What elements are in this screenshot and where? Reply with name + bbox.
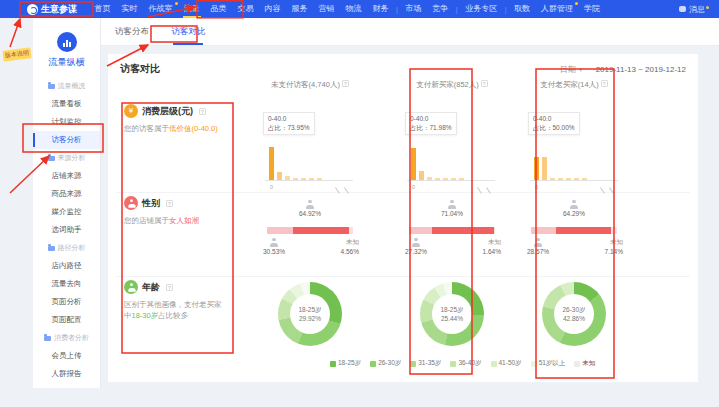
legend-item-18-25岁[interactable]: 18-25岁 — [330, 359, 361, 368]
histogram — [411, 144, 464, 180]
nav-item-作战室[interactable]: 作战室 — [143, 0, 178, 18]
info-icon[interactable]: ? — [481, 80, 488, 87]
info-icon[interactable]: ? — [342, 80, 349, 87]
column-header-new-buyers: 支付新买家(852人)? — [382, 80, 522, 90]
tab-visitor-distribution[interactable]: 访客分布 — [115, 18, 149, 45]
nav-item-财务[interactable]: 财务 — [367, 0, 394, 18]
sidebar-item-选词助手[interactable]: 选词助手 — [33, 221, 100, 239]
female-icon — [306, 200, 315, 209]
legend-swatch — [370, 361, 376, 367]
nav-item-取数[interactable]: 取数 — [508, 0, 535, 18]
gender-bar — [531, 227, 617, 234]
gender-chart-unpaid: 64.92% 30.53% 未知4.56% — [255, 200, 365, 266]
nav-item-营销[interactable]: 营销 — [313, 0, 340, 18]
sidebar-item-店内路径[interactable]: 店内路径 — [33, 257, 100, 275]
sidebar-item-页面配置[interactable]: 页面配置 — [33, 311, 100, 329]
male-icon — [412, 238, 421, 247]
sidebar-item-会员上传[interactable]: 会员上传 — [33, 347, 100, 365]
sidebar-item-来源分析[interactable]: 来源分析 — [33, 149, 100, 167]
chart-tooltip: 0-40.0占比：73.95% — [263, 112, 315, 135]
nav-item-首页[interactable]: 首页 — [89, 0, 116, 18]
row-gender-desc: 您的店铺属于女人如潮 — [124, 215, 228, 226]
sidebar-item-计划监控[interactable]: 计划监控 — [33, 113, 100, 131]
chevron-down-icon: ▼ — [578, 67, 584, 73]
nav-item-学院[interactable]: 学院 — [578, 0, 605, 18]
annotation-badge: 版本说明 — [2, 47, 31, 61]
chart-tooltip: 0-40.0占比：50.00% — [528, 112, 580, 135]
brand-logo-icon — [27, 4, 38, 15]
sidebar-item-流量概况[interactable]: 流量概况 — [33, 77, 100, 95]
sidebar-item-流量去向[interactable]: 流量去向 — [33, 275, 100, 293]
nav-item-交易[interactable]: 交易 — [232, 0, 259, 18]
consumption-chart-new-buyers: 0-40.0占比：71.98% 0 — [405, 110, 497, 194]
histogram-bar — [534, 157, 539, 180]
histogram — [534, 144, 587, 180]
legend-item-31-35岁[interactable]: 31-35岁 — [410, 359, 441, 368]
info-icon[interactable]: ? — [166, 284, 173, 291]
chart-tooltip: 0-40.0占比：71.98% — [405, 112, 457, 135]
legend-item-26-30岁[interactable]: 26-30岁 — [370, 359, 401, 368]
male-icon — [534, 238, 543, 247]
tab-visitor-compare[interactable]: 访客对比 — [171, 18, 205, 45]
x-tick-label: 0 — [412, 184, 415, 190]
nav-item-物流[interactable]: 物流 — [340, 0, 367, 18]
age-donut-new-buyers: 18-25岁25.44% — [420, 282, 484, 346]
histogram-bar — [419, 171, 424, 180]
sidebar-item-媒介监控[interactable]: 媒介监控 — [33, 203, 100, 221]
annotation-arrow-topleft — [10, 19, 20, 47]
visitor-compare-card: 访客对比 日期▼ 2019-11-13 ~ 2019-12-12 未支付访客(4… — [108, 54, 698, 382]
row-gender-title: 性别 — [142, 197, 160, 210]
consumption-chart-old-buyers: 0-40.0占比：50.00% 0 — [528, 110, 620, 194]
page: 生意参谋 首页实时作战室流量品类交易内容服务营销物流财务|市场竞争|业务专区|取… — [0, 0, 719, 407]
sidebar-item-店铺来源[interactable]: 店铺来源 — [33, 167, 100, 185]
gender-icon — [124, 196, 138, 210]
row-age-title: 年龄 — [142, 281, 160, 294]
info-icon[interactable]: ? — [166, 200, 173, 207]
column-header-unpaid: 未支付访客(4,740人)? — [240, 80, 380, 90]
histogram-bar — [542, 157, 547, 180]
info-icon[interactable]: ? — [199, 108, 206, 115]
gender-chart-new-buyers: 71.04% 27.32% 未知1.64% — [397, 200, 507, 266]
messages-button[interactable]: 消息 — [689, 4, 709, 15]
message-icon — [679, 6, 686, 12]
legend-item-51岁以上[interactable]: 51岁以上 — [531, 359, 566, 368]
nav-item-内容[interactable]: 内容 — [259, 0, 286, 18]
row-gender-label: 性别 ? 您的店铺属于女人如潮 — [124, 196, 232, 226]
nav-item-流量[interactable]: 流量 — [178, 0, 205, 18]
female-icon — [448, 200, 457, 209]
sidebar-item-商品来源[interactable]: 商品来源 — [33, 185, 100, 203]
row-consumption-title: 消费层级(元) — [142, 105, 193, 118]
row-age-label: 年龄 ? 区别于其他画像，支付老买家中18-30岁占比较多 — [124, 280, 232, 321]
gender-chart-old-buyers: 64.29% 28.57% 未知7.14% — [519, 200, 629, 266]
legend-swatch — [450, 361, 456, 367]
module-logo-icon — [57, 32, 77, 52]
module-title: 流量纵横 — [33, 56, 100, 69]
legend-item-36-40岁[interactable]: 36-40岁 — [450, 359, 481, 368]
sidebar-item-消费者分析[interactable]: 消费者分析 — [33, 329, 100, 347]
legend-swatch — [531, 361, 537, 367]
yuan-icon: ¥ — [124, 104, 138, 118]
nav-item-市场[interactable]: 市场 — [400, 0, 427, 18]
consumption-chart-unpaid: 0-40.0占比：73.95% 0 — [263, 110, 355, 194]
sidebar-item-页面分析[interactable]: 页面分析 — [33, 293, 100, 311]
nav-item-实时[interactable]: 实时 — [116, 0, 143, 18]
legend-item-41-50岁[interactable]: 41-50岁 — [491, 359, 522, 368]
sidebar-item-人群报告[interactable]: 人群报告 — [33, 365, 100, 383]
nav-item-服务[interactable]: 服务 — [286, 0, 313, 18]
legend-swatch — [491, 361, 497, 367]
nav-item-人群管理[interactable]: 人群管理 — [535, 0, 578, 18]
legend-item-未知[interactable]: 未知 — [574, 359, 595, 368]
sidebar-item-路径分析[interactable]: 路径分析 — [33, 239, 100, 257]
row-consumption-label: ¥ 消费层级(元) ? 您的访客属于低价值(0-40.0) — [124, 104, 232, 134]
sidebar-item-流量看板[interactable]: 流量看板 — [33, 95, 100, 113]
nav-item-业务专区[interactable]: 业务专区 — [460, 0, 503, 18]
histogram-bar — [269, 147, 274, 180]
nav-item-竞争[interactable]: 竞争 — [427, 0, 454, 18]
date-picker[interactable]: 日期▼ — [560, 64, 584, 75]
info-icon[interactable]: ? — [601, 80, 608, 87]
sidebar-item-访客分析[interactable]: 访客分析 — [33, 131, 100, 149]
age-legend: 18-25岁26-30岁31-35岁36-40岁41-50岁51岁以上未知 — [330, 359, 595, 368]
nav-item-品类[interactable]: 品类 — [205, 0, 232, 18]
brand[interactable]: 生意参谋 — [27, 3, 77, 16]
sidebar-menu: 流量概况流量看板计划监控访客分析来源分析店铺来源商品来源媒介监控选词助手路径分析… — [33, 77, 100, 383]
